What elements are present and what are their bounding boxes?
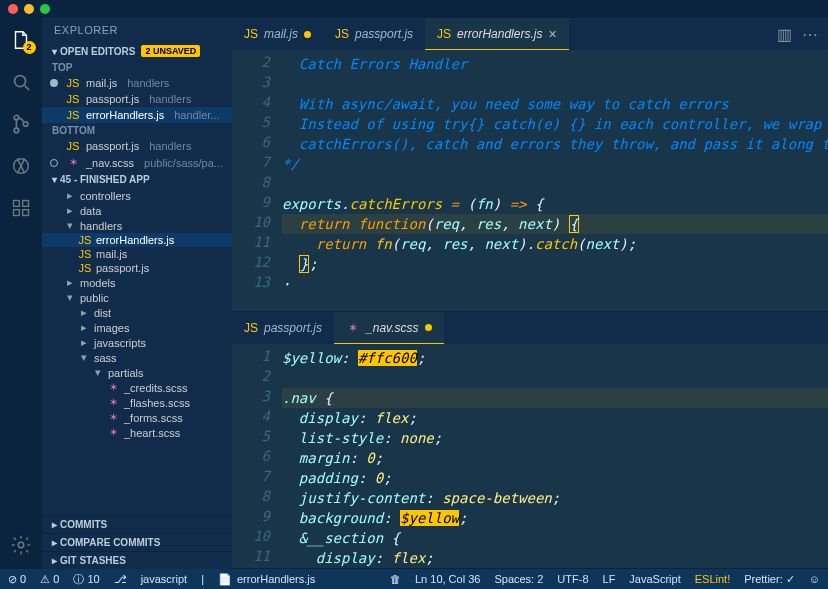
tree-node[interactable]: ▾sass: [42, 350, 232, 365]
tab[interactable]: JSmail.js: [232, 18, 323, 50]
status-info[interactable]: ⓘ 10: [73, 572, 99, 587]
tab[interactable]: JSpassport.js: [232, 312, 334, 344]
file-name: mail.js: [86, 77, 117, 89]
status-lang[interactable]: javascript: [141, 573, 187, 585]
sidebar-section[interactable]: ▸COMPARE COMMITS: [42, 533, 232, 551]
sidebar-section[interactable]: ▸COMMITS: [42, 515, 232, 533]
file-path: handlers: [149, 140, 191, 152]
tree-node[interactable]: ✶_forms.scss: [42, 410, 232, 425]
open-editor-item[interactable]: JSpassport.jshandlers: [42, 138, 232, 154]
tabs-bot: JSpassport.js✶_nav.scss: [232, 312, 828, 344]
open-editors-header[interactable]: ▾OPEN EDITORS 2 UNSAVED: [42, 42, 232, 60]
tree-label: _flashes.scss: [124, 397, 190, 409]
tree-label: javascripts: [94, 337, 146, 349]
js-icon: JS: [78, 234, 92, 246]
open-editor-item[interactable]: JSerrorHandlers.jshandler...: [42, 107, 232, 123]
scss-icon: ✶: [106, 396, 120, 409]
open-editor-item[interactable]: ✶_nav.scsspublic/sass/pa...: [42, 154, 232, 171]
tree-node[interactable]: ✶_flashes.scss: [42, 395, 232, 410]
twisty-icon[interactable]: ▸: [78, 321, 90, 334]
debug-icon[interactable]: [9, 154, 33, 178]
tree-node[interactable]: ▸javascripts: [42, 335, 232, 350]
js-icon: JS: [78, 262, 92, 274]
tree-label: public: [80, 292, 109, 304]
file-name: errorHandlers.js: [86, 109, 164, 121]
twisty-icon[interactable]: ▸: [78, 336, 90, 349]
dirty-dot-icon: [50, 79, 58, 87]
twisty-icon[interactable]: ▾: [78, 351, 90, 364]
file-path: public/sass/pa...: [144, 157, 223, 169]
status-branch[interactable]: ⎇: [114, 573, 127, 586]
svg-rect-9: [23, 210, 29, 216]
more-icon[interactable]: ⋯: [802, 25, 818, 44]
twisty-icon[interactable]: ▾: [92, 366, 104, 379]
status-trash-icon[interactable]: 🗑: [390, 573, 401, 585]
tree-node[interactable]: ▸images: [42, 320, 232, 335]
status-eol[interactable]: LF: [603, 573, 616, 585]
status-eslint[interactable]: ESLint!: [695, 573, 730, 585]
search-icon[interactable]: [9, 70, 33, 94]
tab[interactable]: ✶_nav.scss: [334, 312, 443, 344]
svg-point-0: [15, 76, 26, 87]
scm-icon[interactable]: [9, 112, 33, 136]
code-line: [282, 74, 828, 94]
code-line: .nav {: [282, 388, 828, 408]
svg-point-2: [14, 115, 19, 120]
code-editor-bottom[interactable]: 123456789101112 $yellow: #ffc600;.nav { …: [232, 344, 828, 568]
project-header[interactable]: ▾45 - FINISHED APP: [42, 171, 232, 188]
minimize-icon[interactable]: [24, 4, 34, 14]
twisty-icon[interactable]: ▸: [64, 204, 76, 217]
svg-rect-6: [14, 201, 20, 207]
js-icon: JS: [66, 77, 80, 89]
code-line: background: $yellow;: [282, 508, 828, 528]
tree-node[interactable]: JSmail.js: [42, 247, 232, 261]
sidebar-section[interactable]: ▸GIT STASHES: [42, 551, 232, 569]
explorer-icon[interactable]: 2: [9, 28, 33, 52]
extensions-icon[interactable]: [9, 196, 33, 220]
tree-node[interactable]: ▸dist: [42, 305, 232, 320]
tree-node[interactable]: ▸data: [42, 203, 232, 218]
file-name: _nav.scss: [86, 157, 134, 169]
tab-label: mail.js: [264, 27, 298, 41]
open-editor-item[interactable]: JSpassport.jshandlers: [42, 91, 232, 107]
tree-label: dist: [94, 307, 111, 319]
editor-group-bottom: JSpassport.js✶_nav.scss 123456789101112 …: [232, 312, 828, 569]
tree-node[interactable]: ▾partials: [42, 365, 232, 380]
zoom-icon[interactable]: [40, 4, 50, 14]
tree-node[interactable]: ✶_heart.scss: [42, 425, 232, 440]
tree-node[interactable]: ▸models: [42, 275, 232, 290]
status-encoding[interactable]: UTF-8: [557, 573, 588, 585]
split-editor-icon[interactable]: ▥: [777, 25, 792, 44]
status-prettier[interactable]: Prettier: ✓: [744, 573, 795, 586]
twisty-icon[interactable]: ▾: [64, 219, 76, 232]
settings-icon[interactable]: [9, 533, 33, 557]
close-icon[interactable]: ×: [548, 26, 556, 42]
twisty-icon[interactable]: ▸: [78, 306, 90, 319]
js-icon: JS: [66, 109, 80, 121]
twisty-icon[interactable]: ▾: [64, 291, 76, 304]
status-mode[interactable]: JavaScript: [629, 573, 680, 585]
status-errors[interactable]: ⊘ 0: [8, 573, 26, 586]
twisty-icon[interactable]: ▸: [64, 276, 76, 289]
code-line: */: [282, 154, 828, 174]
open-editor-item[interactable]: JSmail.jshandlers: [42, 75, 232, 91]
status-spaces[interactable]: Spaces: 2: [494, 573, 543, 585]
tree-node[interactable]: ✶_credits.scss: [42, 380, 232, 395]
status-feedback-icon[interactable]: ☺: [809, 573, 820, 585]
tree-node[interactable]: JSerrorHandlers.js: [42, 233, 232, 247]
unsaved-badge: 2: [23, 41, 36, 54]
tree-node[interactable]: JSpassport.js: [42, 261, 232, 275]
status-file[interactable]: 📄 errorHandlers.js: [218, 573, 315, 586]
tab[interactable]: JSerrorHandlers.js×: [425, 18, 569, 50]
status-ln-col[interactable]: Ln 10, Col 36: [415, 573, 480, 585]
code-editor-top[interactable]: 2345678910111213 Catch Errors Handler Wi…: [232, 50, 828, 311]
tree-label: _credits.scss: [124, 382, 188, 394]
tab[interactable]: JSpassport.js: [323, 18, 425, 50]
close-icon[interactable]: [8, 4, 18, 14]
tree-node[interactable]: ▸controllers: [42, 188, 232, 203]
tree-node[interactable]: ▾handlers: [42, 218, 232, 233]
status-warnings[interactable]: ⚠ 0: [40, 573, 59, 586]
twisty-icon[interactable]: ▸: [64, 189, 76, 202]
tree-label: partials: [108, 367, 143, 379]
tree-node[interactable]: ▾public: [42, 290, 232, 305]
